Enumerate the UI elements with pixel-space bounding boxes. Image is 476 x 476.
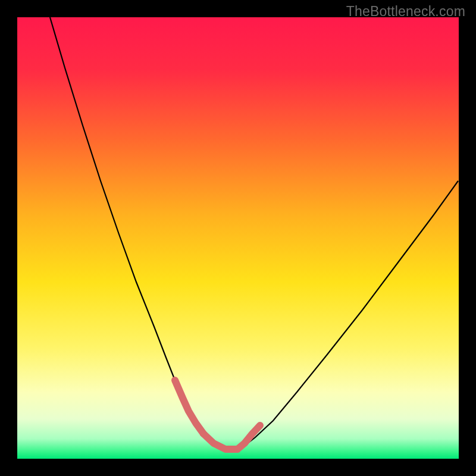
- series-highlight-right: [237, 425, 260, 449]
- chart-stage: TheBottleneck.com: [0, 0, 476, 476]
- curve-layer: [17, 17, 459, 459]
- series-highlight-left: [175, 380, 203, 434]
- watermark-text: TheBottleneck.com: [346, 4, 465, 20]
- plot-area: [17, 17, 459, 459]
- series-bottleneck-curve: [50, 17, 458, 449]
- series-highlight-bottom: [203, 434, 237, 449]
